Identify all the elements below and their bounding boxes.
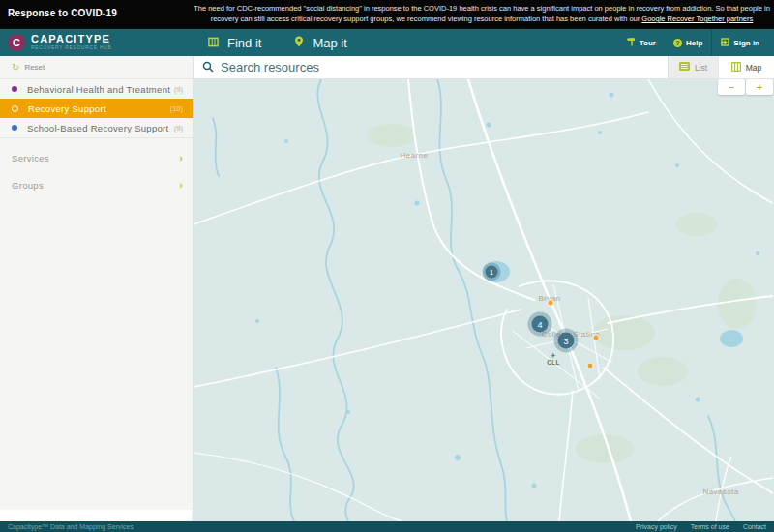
list-view-button[interactable]: List bbox=[668, 56, 718, 78]
chevron-right-icon: › bbox=[179, 180, 183, 191]
footer-links: Privacy policy Terms of use Contact bbox=[636, 523, 766, 530]
enter-icon bbox=[721, 38, 729, 48]
category-label: Recovery Support bbox=[28, 103, 170, 114]
zoom-in-button[interactable]: + bbox=[746, 79, 773, 95]
sidebar-divider bbox=[0, 137, 193, 138]
banner-title: Response to COVID-19 bbox=[8, 8, 117, 18]
privacy-policy-link[interactable]: Privacy policy bbox=[636, 523, 677, 530]
nav-find-it[interactable]: Find it bbox=[208, 36, 261, 50]
search-box[interactable] bbox=[194, 56, 668, 78]
question-circle-icon: ? bbox=[673, 39, 682, 47]
cluster-marker-1[interactable]: 1 bbox=[486, 266, 498, 279]
list-icon bbox=[679, 62, 690, 73]
content-area: List Map bbox=[194, 56, 774, 521]
map-icon bbox=[731, 62, 741, 74]
tour-button[interactable]: Tour bbox=[618, 29, 665, 56]
map-view-button[interactable]: Map bbox=[718, 56, 774, 78]
search-toolbar: List Map bbox=[194, 56, 774, 79]
map-basemap bbox=[194, 79, 773, 521]
zoom-out-button[interactable]: − bbox=[718, 79, 745, 95]
sign-in-button[interactable]: Sign in bbox=[712, 29, 768, 56]
list-view-label: List bbox=[695, 63, 707, 73]
reset-icon: ↻ bbox=[12, 62, 19, 73]
reset-button[interactable]: ↻ Reset bbox=[0, 56, 193, 79]
covid-banner: Response to COVID-19 The need for CDC-re… bbox=[0, 0, 774, 29]
search-input[interactable] bbox=[221, 60, 668, 74]
map-view-label: Map bbox=[746, 63, 762, 73]
category-count: (9) bbox=[174, 124, 183, 133]
category-count: (9) bbox=[174, 85, 183, 94]
folded-map-icon bbox=[208, 36, 219, 50]
category-dot-icon bbox=[12, 105, 18, 112]
nav-find-it-label: Find it bbox=[227, 36, 261, 50]
logo-c-icon: C bbox=[8, 34, 25, 51]
footer-brand: Capacitype™ Data and Mapping Services bbox=[8, 523, 134, 530]
header-actions: Tour ? Help Sign in bbox=[618, 29, 768, 56]
category-recovery-support[interactable]: Recovery Support (10) bbox=[0, 99, 193, 118]
brand-block: CAPACITYPE RECOVERY RESOURCE HUB bbox=[31, 34, 112, 51]
category-behavioral-health[interactable]: Behavioral Health and Treatment (9) bbox=[0, 79, 193, 99]
map-canvas[interactable]: Hearne Bryan College Station Navasota ✈ … bbox=[194, 79, 774, 521]
sidebar-bottom-panel bbox=[0, 510, 192, 521]
nav-map-it[interactable]: Map it bbox=[294, 36, 346, 50]
cluster-marker-4[interactable]: 4 bbox=[532, 316, 549, 333]
capacitype-logo[interactable]: C CAPACITYPE RECOVERY RESOURCE HUB bbox=[8, 34, 112, 51]
search-icon bbox=[202, 59, 214, 76]
map-pin-icon bbox=[294, 36, 304, 50]
category-count: (10) bbox=[170, 104, 183, 113]
resource-point[interactable] bbox=[593, 335, 600, 341]
sidebar-section-services[interactable]: Services › bbox=[0, 150, 193, 165]
terms-of-use-link[interactable]: Terms of use bbox=[691, 523, 729, 530]
resource-point[interactable] bbox=[587, 363, 594, 369]
section-label: Groups bbox=[12, 180, 179, 191]
app-root: Response to COVID-19 The need for CDC-re… bbox=[0, 0, 774, 532]
category-dot-icon bbox=[12, 125, 17, 131]
signpost-icon bbox=[627, 37, 636, 48]
app-footer: Capacitype™ Data and Mapping Services Pr… bbox=[0, 521, 774, 532]
category-dot-icon bbox=[12, 86, 17, 92]
section-label: Services bbox=[12, 153, 179, 163]
resource-point[interactable] bbox=[548, 300, 554, 307]
nav-map-it-label: Map it bbox=[313, 36, 346, 50]
header-nav: Find it Map it bbox=[208, 36, 347, 50]
banner-message: The need for CDC-recommended "social dis… bbox=[194, 3, 770, 24]
help-button[interactable]: ? Help bbox=[665, 29, 711, 56]
chevron-right-icon: › bbox=[179, 153, 183, 163]
sidebar-section-groups[interactable]: Groups › bbox=[0, 177, 193, 192]
brand-name: CAPACITYPE bbox=[31, 34, 112, 44]
reset-label: Reset bbox=[24, 63, 45, 72]
filter-sidebar: ↻ Reset Behavioral Health and Treatment … bbox=[0, 56, 194, 521]
help-label: Help bbox=[686, 39, 702, 47]
map-zoom-controls: − + bbox=[718, 79, 773, 95]
contact-link[interactable]: Contact bbox=[743, 523, 766, 530]
main-area: ↻ Reset Behavioral Health and Treatment … bbox=[0, 56, 774, 521]
sign-in-label: Sign in bbox=[733, 39, 759, 47]
tour-label: Tour bbox=[640, 39, 656, 47]
category-label: Behavioral Health and Treatment bbox=[27, 84, 174, 95]
app-header: C CAPACITYPE RECOVERY RESOURCE HUB Find … bbox=[0, 29, 774, 56]
google-recover-together-link[interactable]: Google Recover Together partners bbox=[641, 15, 753, 23]
category-label: School-Based Recovery Support bbox=[27, 123, 174, 133]
brand-tagline: RECOVERY RESOURCE HUB bbox=[31, 46, 112, 51]
cluster-marker-3[interactable]: 3 bbox=[558, 333, 575, 349]
category-school-based[interactable]: School-Based Recovery Support (9) bbox=[0, 118, 193, 137]
